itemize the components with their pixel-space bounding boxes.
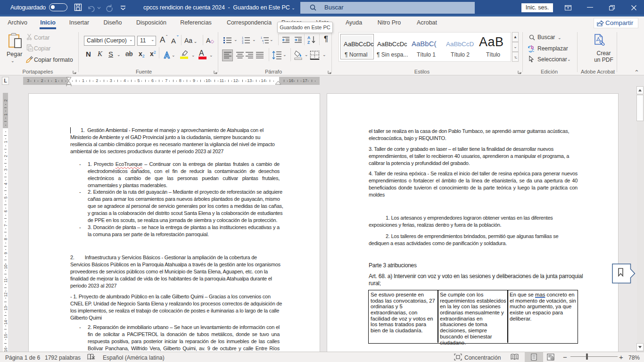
- svg-text:A: A: [307, 35, 310, 40]
- svg-text:c: c: [532, 48, 534, 52]
- svg-text:3: 3: [242, 41, 243, 44]
- svg-text:i: i: [263, 41, 264, 44]
- svg-text:Z: Z: [307, 40, 310, 44]
